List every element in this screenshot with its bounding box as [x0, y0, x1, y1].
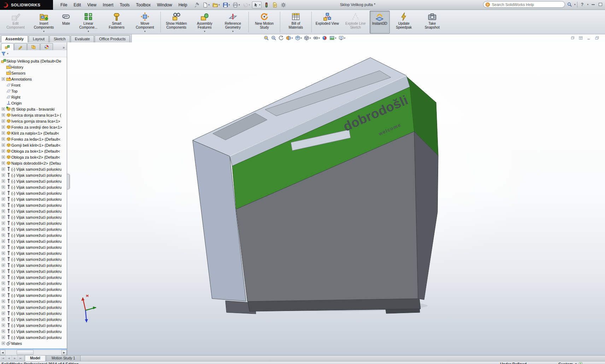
tree-item-gornji-beli-klirit-1-default[interactable]: Gornji beli klirit<1> (Default<	[0, 142, 67, 148]
save-button[interactable]: ▾	[222, 2, 231, 8]
tree-item-obloga-za-bok-2-default[interactable]: Obloga za bok<2> (Default<	[0, 154, 67, 160]
menu-window[interactable]: Window	[154, 1, 175, 8]
expander-icon[interactable]	[2, 240, 5, 243]
expander-icon[interactable]	[2, 342, 5, 345]
tree-item-vijak-samore-u-i-poluokru[interactable]: (-) Vijak samorežući poluokru	[0, 280, 67, 286]
menu-file[interactable]: File	[57, 1, 70, 8]
help-icon[interactable]: ?	[579, 2, 585, 7]
tree-horizontal-scrollbar[interactable]: ◀ ▶	[0, 350, 67, 355]
first-tab-icon[interactable]: |◀	[0, 356, 6, 361]
expander-icon[interactable]	[2, 162, 5, 165]
chevron-down-icon[interactable]: ▾	[218, 4, 220, 6]
cm-exploded-view-button[interactable]: Exploded View	[313, 11, 341, 34]
tree-item-vijak-samore-u-i-poluokru[interactable]: (-) Vijak samorežući poluokru	[0, 268, 67, 274]
expander-icon[interactable]	[2, 125, 5, 129]
tree-item-vijak-samore-u-i-poluokru[interactable]: (-) Vijak samorežući poluokru	[0, 178, 67, 184]
tree-item-right[interactable]: Right	[0, 94, 67, 100]
expander-icon[interactable]	[2, 155, 5, 159]
expander-icon[interactable]	[2, 258, 5, 261]
tree-item-vijak-samore-u-i-poluokru[interactable]: (-) Vijak samorežući poluokru	[0, 262, 67, 268]
configuration-manager-tab[interactable]	[27, 43, 40, 50]
expander-icon[interactable]	[2, 180, 5, 183]
file-properties-button[interactable]	[271, 2, 278, 8]
expander-icon[interactable]	[2, 282, 5, 285]
expander-icon[interactable]	[2, 246, 5, 249]
expander-icon[interactable]	[2, 174, 5, 177]
tree-item-vijak-samore-u-i-poluokru[interactable]: (-) Vijak samorežući poluokru	[0, 298, 67, 304]
rebuild-button[interactable]	[263, 2, 270, 8]
zoom-to-fit-button[interactable]	[264, 35, 269, 41]
chevron-down-icon[interactable]: ▾	[575, 363, 577, 364]
cm-take-snapshot-button[interactable]: Take Snapshot	[418, 11, 446, 34]
panel-collapse-handle[interactable]	[67, 174, 70, 189]
tree-item-vijak-samore-u-i-poluokru[interactable]: (-) Vijak samorežući poluokru	[0, 250, 67, 256]
scroll-right-icon[interactable]: ▶	[61, 350, 67, 355]
property-manager-tab[interactable]	[14, 43, 27, 50]
expander-icon[interactable]	[2, 336, 5, 339]
cm-update-speedpak-button[interactable]: Update Speedpak	[390, 11, 418, 34]
expander-icon[interactable]	[2, 270, 5, 273]
tree-item-vijak-samore-u-i-poluokru[interactable]: (-) Vijak samorežući poluokru	[0, 226, 67, 232]
open-folder-button[interactable]: ▾	[212, 2, 221, 8]
expander-icon[interactable]	[2, 228, 5, 231]
cm-mate-button[interactable]: Mate	[58, 11, 74, 34]
edit-appearance-button[interactable]	[322, 35, 327, 41]
tree-item-vijak-samore-u-i-poluokru[interactable]: (-) Vijak samorežući poluokru	[0, 184, 67, 190]
tree-item-vijak-samore-u-i-poluokru[interactable]: (-) Vijak samorežući poluokru	[0, 322, 67, 328]
chevron-down-icon[interactable]: ▾	[232, 30, 234, 33]
chevron-down-icon[interactable]: ▾	[335, 37, 336, 40]
chevron-down-icon[interactable]: ▾	[208, 4, 210, 6]
menu-toolbox[interactable]: Toolbox	[133, 1, 154, 8]
tab-evaluate[interactable]: Evaluate	[71, 35, 94, 42]
section-view-button[interactable]: ▾	[286, 35, 293, 41]
chevron-down-icon[interactable]: ▾	[229, 4, 230, 6]
expander-icon[interactable]	[2, 149, 5, 153]
tree-item-klirit-za-natpis-1-default[interactable]: Klirit za natpis<1> (Default<	[0, 130, 67, 136]
expander-icon[interactable]	[2, 222, 5, 225]
search-box[interactable]: ?	[483, 1, 565, 8]
cm-edit-component-button[interactable]: Edit Component	[1, 11, 30, 34]
cm-new-motion-study-button[interactable]: New Motion Study	[250, 11, 278, 34]
expander-icon[interactable]	[2, 77, 5, 81]
expander-icon[interactable]	[2, 312, 5, 315]
tree-item-vijak-samore-u-i-poluokru[interactable]: (-) Vijak samorežući poluokru	[0, 304, 67, 310]
expander-icon[interactable]	[2, 113, 5, 117]
tree-item-vijak-samore-u-i-poluokru[interactable]: (-) Vijak samorežući poluokru	[0, 202, 67, 208]
expander-icon[interactable]	[2, 294, 5, 297]
next-tab-icon[interactable]: ▶	[12, 356, 18, 361]
doc-cascade-button[interactable]	[595, 36, 599, 41]
expander-icon[interactable]	[2, 143, 5, 147]
prev-tab-icon[interactable]: ◀	[6, 356, 12, 361]
tree-item-sensors[interactable]: Sensors	[0, 70, 67, 76]
menu-insert[interactable]: Insert	[100, 1, 117, 8]
tree-item-vijak-samore-u-i-poluokru[interactable]: (-) Vijak samorežući poluokru	[0, 286, 67, 292]
tree-item-vijak-samore-u-i-poluokru[interactable]: (-) Vijak samorežući poluokru	[0, 220, 67, 226]
filter-dropdown-icon[interactable]: ▾	[7, 52, 8, 55]
tree-item-vijak-samore-u-i-poluokru[interactable]: (-) Vijak samorežući poluokru	[0, 328, 67, 334]
tree-item-vijak-samore-u-i-poluokru[interactable]: (-) Vijak samorežući poluokru	[0, 292, 67, 298]
options-button[interactable]	[280, 2, 287, 8]
tree-item-front[interactable]: Front	[0, 82, 67, 88]
cm-linear-compone-button[interactable]: Linear Compone...▾	[74, 11, 102, 34]
apply-scene-button[interactable]: ▾	[329, 35, 336, 41]
tree-item-vijak-samore-u-i-poluokru[interactable]: (-) Vijak samorežući poluokru	[0, 316, 67, 322]
expander-icon[interactable]	[2, 264, 5, 267]
expander-icon[interactable]	[2, 131, 5, 135]
doc-tab-motion-study-1[interactable]: Motion Study 1	[46, 356, 81, 361]
help-dropdown-icon[interactable]: ▾	[587, 3, 588, 6]
doc-tab-model[interactable]: Model	[25, 356, 46, 361]
tree-item-vijak-samore-u-i-poluokru[interactable]: (-) Vijak samorežući poluokru	[0, 166, 67, 172]
cm-reference-geometry-button[interactable]: Reference Geometry▾	[219, 11, 247, 34]
display-style-button[interactable]: ▾	[304, 35, 311, 41]
tree-item-mates[interactable]: Mates	[0, 340, 67, 346]
chevron-down-icon[interactable]: ▾	[344, 37, 346, 40]
tab-sketch[interactable]: Sketch	[49, 35, 70, 42]
view-settings-button[interactable]: ▾	[339, 35, 346, 41]
tree-item-foreks-za-srednji-deo-lica-1[interactable]: Foreks za srednji deo lica<1>	[0, 124, 67, 130]
expander-icon[interactable]	[2, 288, 5, 291]
scrollbar-thumb[interactable]	[17, 350, 34, 355]
previous-view-button[interactable]	[278, 35, 284, 41]
tree-item-vijak-samore-u-i-poluokru[interactable]: (-) Vijak samorežući poluokru	[0, 214, 67, 220]
feature-manager-tab[interactable]	[1, 43, 14, 50]
expander-icon[interactable]	[2, 216, 5, 219]
